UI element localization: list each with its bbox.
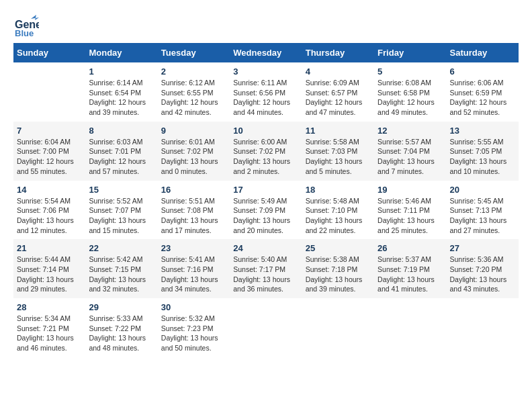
calendar-cell: 7Sunrise: 6:04 AMSunset: 7:00 PMDaylight… (13, 122, 85, 181)
column-header-sunday: Sunday (13, 43, 85, 62)
calendar-cell: 28Sunrise: 5:34 AMSunset: 7:21 PMDayligh… (13, 298, 85, 357)
calendar-cell (302, 298, 374, 357)
day-info: Sunrise: 5:36 AMSunset: 7:20 PMDaylight:… (450, 255, 515, 294)
day-info: Sunrise: 5:49 AMSunset: 7:09 PMDaylight:… (233, 196, 298, 236)
day-number: 21 (17, 243, 82, 253)
column-header-friday: Friday (374, 43, 446, 62)
column-header-thursday: Thursday (302, 43, 374, 62)
day-info: Sunrise: 5:33 AMSunset: 7:22 PMDaylight:… (89, 314, 154, 353)
day-info: Sunrise: 5:42 AMSunset: 7:15 PMDaylight:… (89, 255, 154, 294)
day-info: Sunrise: 6:12 AMSunset: 6:55 PMDaylight:… (161, 78, 226, 118)
calendar-cell: 23Sunrise: 5:41 AMSunset: 7:16 PMDayligh… (158, 239, 230, 298)
calendar-table: SundayMondayTuesdayWednesdayThursdayFrid… (13, 43, 519, 357)
day-number: 11 (306, 126, 371, 136)
calendar-cell: 22Sunrise: 5:42 AMSunset: 7:15 PMDayligh… (85, 239, 157, 298)
day-info: Sunrise: 6:03 AMSunset: 7:01 PMDaylight:… (89, 137, 154, 177)
day-number: 15 (89, 185, 154, 195)
day-number: 30 (161, 302, 226, 312)
calendar-cell: 27Sunrise: 5:36 AMSunset: 7:20 PMDayligh… (447, 239, 519, 298)
day-info: Sunrise: 5:37 AMSunset: 7:19 PMDaylight:… (378, 255, 443, 294)
calendar-cell: 21Sunrise: 5:44 AMSunset: 7:14 PMDayligh… (13, 239, 85, 298)
day-info: Sunrise: 5:55 AMSunset: 7:05 PMDaylight:… (450, 137, 515, 177)
day-number: 5 (378, 66, 443, 77)
calendar-cell: 4Sunrise: 6:09 AMSunset: 6:57 PMDaylight… (302, 62, 374, 122)
calendar-header: SundayMondayTuesdayWednesdayThursdayFrid… (13, 43, 519, 62)
calendar-cell: 25Sunrise: 5:38 AMSunset: 7:18 PMDayligh… (302, 239, 374, 298)
day-number: 13 (450, 126, 515, 136)
day-info: Sunrise: 5:58 AMSunset: 7:03 PMDaylight:… (306, 137, 371, 177)
day-info: Sunrise: 6:01 AMSunset: 7:02 PMDaylight:… (161, 137, 226, 177)
calendar-cell: 17Sunrise: 5:49 AMSunset: 7:09 PMDayligh… (230, 181, 302, 240)
day-number: 1 (89, 66, 154, 77)
calendar-cell: 26Sunrise: 5:37 AMSunset: 7:19 PMDayligh… (374, 239, 446, 298)
logo: General Blue (13, 13, 39, 36)
day-info: Sunrise: 5:41 AMSunset: 7:16 PMDaylight:… (161, 255, 226, 294)
day-number: 9 (161, 126, 226, 136)
calendar-cell: 10Sunrise: 6:00 AMSunset: 7:02 PMDayligh… (230, 122, 302, 181)
calendar-cell (447, 298, 519, 357)
day-number: 26 (378, 243, 443, 253)
day-info: Sunrise: 5:32 AMSunset: 7:23 PMDaylight:… (161, 314, 226, 353)
calendar-cell: 29Sunrise: 5:33 AMSunset: 7:22 PMDayligh… (85, 298, 157, 357)
day-number: 8 (89, 126, 154, 136)
header-row: SundayMondayTuesdayWednesdayThursdayFrid… (13, 43, 519, 62)
day-number: 22 (89, 243, 154, 253)
calendar-cell: 24Sunrise: 5:40 AMSunset: 7:17 PMDayligh… (230, 239, 302, 298)
day-number: 16 (161, 185, 226, 195)
calendar-cell: 1Sunrise: 6:14 AMSunset: 6:54 PMDaylight… (85, 62, 157, 122)
day-info: Sunrise: 6:08 AMSunset: 6:58 PMDaylight:… (378, 78, 443, 118)
day-number: 27 (450, 243, 515, 253)
calendar-cell: 19Sunrise: 5:46 AMSunset: 7:11 PMDayligh… (374, 181, 446, 240)
day-number: 4 (306, 66, 371, 77)
calendar-cell (374, 298, 446, 357)
day-info: Sunrise: 6:11 AMSunset: 6:56 PMDaylight:… (233, 78, 298, 118)
day-info: Sunrise: 5:48 AMSunset: 7:10 PMDaylight:… (306, 196, 371, 236)
day-info: Sunrise: 5:44 AMSunset: 7:14 PMDaylight:… (17, 255, 82, 294)
week-row-1: 1Sunrise: 6:14 AMSunset: 6:54 PMDaylight… (13, 62, 519, 122)
calendar-cell: 2Sunrise: 6:12 AMSunset: 6:55 PMDaylight… (158, 62, 230, 122)
calendar-cell: 9Sunrise: 6:01 AMSunset: 7:02 PMDaylight… (158, 122, 230, 181)
day-info: Sunrise: 5:52 AMSunset: 7:07 PMDaylight:… (89, 196, 154, 236)
day-info: Sunrise: 5:34 AMSunset: 7:21 PMDaylight:… (17, 314, 82, 353)
calendar-cell: 13Sunrise: 5:55 AMSunset: 7:05 PMDayligh… (447, 122, 519, 181)
day-info: Sunrise: 5:54 AMSunset: 7:06 PMDaylight:… (17, 196, 82, 236)
day-info: Sunrise: 5:45 AMSunset: 7:13 PMDaylight:… (450, 196, 515, 236)
day-info: Sunrise: 5:40 AMSunset: 7:17 PMDaylight:… (233, 255, 298, 294)
day-info: Sunrise: 6:04 AMSunset: 7:00 PMDaylight:… (17, 137, 82, 177)
day-number: 7 (17, 126, 82, 136)
day-info: Sunrise: 5:38 AMSunset: 7:18 PMDaylight:… (306, 255, 371, 294)
calendar-cell: 6Sunrise: 6:06 AMSunset: 6:59 PMDaylight… (447, 62, 519, 122)
calendar-cell: 14Sunrise: 5:54 AMSunset: 7:06 PMDayligh… (13, 181, 85, 240)
day-number: 14 (17, 185, 82, 195)
calendar-cell: 8Sunrise: 6:03 AMSunset: 7:01 PMDaylight… (85, 122, 157, 181)
day-number: 28 (17, 302, 82, 312)
column-header-monday: Monday (85, 43, 157, 62)
day-number: 20 (450, 185, 515, 195)
day-number: 25 (306, 243, 371, 253)
day-info: Sunrise: 6:14 AMSunset: 6:54 PMDaylight:… (89, 78, 154, 118)
day-number: 10 (233, 126, 298, 136)
day-number: 12 (378, 126, 443, 136)
day-number: 24 (233, 243, 298, 253)
week-row-3: 14Sunrise: 5:54 AMSunset: 7:06 PMDayligh… (13, 181, 519, 240)
week-row-2: 7Sunrise: 6:04 AMSunset: 7:00 PMDaylight… (13, 122, 519, 181)
calendar-cell: 18Sunrise: 5:48 AMSunset: 7:10 PMDayligh… (302, 181, 374, 240)
column-header-wednesday: Wednesday (230, 43, 302, 62)
calendar-cell: 3Sunrise: 6:11 AMSunset: 6:56 PMDaylight… (230, 62, 302, 122)
calendar-cell: 15Sunrise: 5:52 AMSunset: 7:07 PMDayligh… (85, 181, 157, 240)
calendar-cell: 11Sunrise: 5:58 AMSunset: 7:03 PMDayligh… (302, 122, 374, 181)
day-number: 3 (233, 66, 298, 77)
calendar-cell (230, 298, 302, 357)
calendar-cell: 5Sunrise: 6:08 AMSunset: 6:58 PMDaylight… (374, 62, 446, 122)
week-row-5: 28Sunrise: 5:34 AMSunset: 7:21 PMDayligh… (13, 298, 519, 357)
day-info: Sunrise: 5:57 AMSunset: 7:04 PMDaylight:… (378, 137, 443, 177)
day-number: 19 (378, 185, 443, 195)
day-info: Sunrise: 5:51 AMSunset: 7:08 PMDaylight:… (161, 196, 226, 236)
column-header-saturday: Saturday (447, 43, 519, 62)
svg-text:Blue: Blue (15, 28, 34, 38)
day-info: Sunrise: 6:06 AMSunset: 6:59 PMDaylight:… (450, 78, 515, 118)
column-header-tuesday: Tuesday (158, 43, 230, 62)
day-number: 23 (161, 243, 226, 253)
day-number: 6 (450, 66, 515, 77)
day-number: 29 (89, 302, 154, 312)
